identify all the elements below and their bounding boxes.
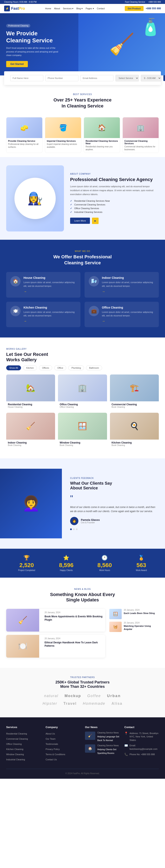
footer-company-5[interactable]: Terms & Conditions: [46, 753, 65, 755]
footer-service-3[interactable]: Office Cleaning: [6, 743, 22, 745]
learn-more-button[interactable]: Learn More: [70, 218, 90, 224]
booking-time-select[interactable]: 9 - 9:00 AM: [141, 75, 161, 82]
nav-contact[interactable]: Contact: [97, 7, 105, 10]
gallery-caption-2: Office Cleaning Office Cleaning: [58, 401, 107, 410]
nav-about[interactable]: About: [54, 7, 60, 10]
hero-cleaner-icon-2: 🧴: [140, 18, 161, 37]
footer-company-2[interactable]: Our Team: [46, 738, 55, 740]
booking-email-input[interactable]: [80, 75, 114, 81]
dot-1[interactable]: [70, 528, 72, 530]
booking-form: Select Service 9 - 9:00 AM Book an Appoi…: [4, 71, 161, 85]
footer-phone: 📞 Phone No: +888 555 888: [124, 753, 159, 756]
dot-3[interactable]: [76, 528, 78, 530]
srv-indoor-cleaning[interactable]: 🌬️ Indoor Cleaning Lorem ipsum dolor sit…: [85, 272, 159, 298]
hero-illustration: 🧹 🧴: [78, 13, 165, 75]
footer-service-6[interactable]: Industrial Cleaning: [6, 758, 25, 761]
gallery-item-5[interactable]: 🪟 Window Cleaning Book Cleaning: [58, 413, 107, 448]
footer-service-5[interactable]: Window Cleaning: [6, 753, 24, 755]
gallery-tab-all[interactable]: Show All: [6, 365, 21, 370]
blog-side-2[interactable]: 🧺 20 January, 2024 Matching Operator Usi…: [109, 622, 159, 632]
service-info-2: Imperial Cleaning Services Expert imperi…: [45, 138, 81, 150]
gallery-item-4[interactable]: 🧹 Indoor Cleaning Book Cleaning: [6, 413, 55, 448]
blog-title-1: Book More Appointments & Events With Boo…: [45, 615, 103, 622]
nav-pages[interactable]: Pages ▾: [86, 7, 94, 10]
sponsors-row-2: Hipster Travel Homemade Alisa: [6, 702, 159, 706]
get-quote-button[interactable]: Get Product: [125, 6, 143, 11]
service-card-4[interactable]: 🏢 Commercial Cleaning Services Commercia…: [123, 117, 159, 153]
service-card-1[interactable]: 🧽 Provide Cleaning Service Professional …: [6, 117, 42, 153]
footer-company-3[interactable]: Testimonials: [46, 743, 58, 745]
footer-service-2[interactable]: Commercial Cleaning: [6, 738, 28, 740]
hero-cta-button[interactable]: Get Started: [6, 61, 28, 67]
author-info: Pamela Glasss Ceo & Founder: [81, 518, 100, 524]
sponsor-urban: Urban: [107, 694, 121, 698]
srv-office-cleaning[interactable]: 💼 Office Cleaning Lorem ipsum dolor sit …: [85, 302, 159, 327]
booking-name-input[interactable]: [10, 75, 43, 81]
nav-blog[interactable]: Blog ▾: [76, 7, 83, 10]
about-checklist: Residential Cleaning Services Near Comme…: [70, 199, 159, 214]
service-card-3[interactable]: 🏠 Residential Cleaning Services Near Res…: [84, 117, 120, 153]
nav-home[interactable]: Home: [45, 7, 51, 10]
blog-side-1[interactable]: 🪟 20 January, 2024 Each Leads Been Slow …: [109, 609, 159, 619]
top-bar: Cleaning Hours: 8:00 AM - 9:00 PM Fast C…: [0, 0, 165, 4]
house-cleaning-arrow[interactable]: →: [24, 290, 76, 293]
stat-projects: 🏆 2,520 Project Completed: [18, 555, 35, 571]
gallery-item-2[interactable]: 🏢 Office Cleaning Office Cleaning: [58, 374, 107, 410]
blog-sidebar: 🪟 20 January, 2024 Each Leads Been Slow …: [109, 609, 159, 658]
about-section: 👩‍🔧 About Company Professional Cleaning …: [0, 157, 165, 240]
stat-projects-label: Project Completed: [18, 569, 35, 571]
footer-news-1[interactable]: 🧹 Cleaning Service News Helping Language…: [85, 732, 119, 742]
stat-clients-label: Happy Clients: [59, 569, 73, 571]
nav-services[interactable]: Services ▾: [63, 7, 73, 10]
footer-company-4[interactable]: Privacy Policy: [46, 748, 59, 750]
learn-more-icon-button[interactable]: ▶: [92, 218, 98, 224]
gallery-caption-1: Residential Cleaning House Cleaning: [6, 401, 55, 410]
kitchen-cleaning-arrow[interactable]: →: [24, 319, 76, 323]
dot-2[interactable]: [73, 528, 75, 530]
blog-card-1[interactable]: 🧹 20 January, 2024 Book More Appointment…: [6, 609, 105, 631]
author-name: Pamela Glasss: [81, 518, 100, 521]
book-appointment-button[interactable]: Book an Appointment: [163, 75, 165, 81]
gallery-tab-bathroom[interactable]: Bathroom: [86, 365, 102, 370]
footer-copyright: © 2024 FastPro. All Rights Reserved.: [6, 769, 159, 775]
footer-company-6[interactable]: Contact Us: [46, 758, 57, 761]
sponsor-mockup: Mockup: [65, 694, 81, 698]
gallery-item-3[interactable]: 🏗️ Commercial Cleaning Book Cleaning: [110, 374, 159, 410]
gallery-section: Works Gallery Let See Our RecentWorks Ga…: [0, 338, 165, 458]
booking-phone-input[interactable]: [45, 75, 78, 81]
service-card-2[interactable]: 🪣 Imperial Cleaning Services Expert impe…: [45, 117, 81, 153]
hero-heading: We Provide Cleaning Service: [6, 30, 78, 44]
sponsor-travel: Travel: [63, 702, 77, 706]
quote-icon: ": [70, 494, 157, 503]
gallery-tab-kitchen[interactable]: Kitchen: [23, 365, 37, 370]
blog-img-2: 🍽️: [6, 635, 39, 658]
gallery-tab-offices[interactable]: Offices: [39, 365, 52, 370]
testimonials-content: Clients Feedback What Our Clients SayAbo…: [62, 469, 165, 538]
footer-company-1[interactable]: About Us: [46, 733, 55, 735]
footer-services-col: Services Residential Cleaning Commercial…: [6, 725, 41, 763]
blog-side-meta-2: 20 January, 2024: [124, 622, 159, 624]
testimonials-section: 👩‍🦱 Clients Feedback What Our Clients Sa…: [0, 458, 165, 549]
hero-image-area: 🧹 🧴: [78, 13, 165, 75]
srv-house-cleaning[interactable]: 🏠 House Cleaning Lorem ipsum dolor sit a…: [6, 272, 80, 298]
gallery-item-1[interactable]: 🏡 Residential Cleaning House Cleaning: [6, 374, 55, 410]
gallery-item-6[interactable]: 🍳 Kitchen Cleaning Book Cleaning: [110, 413, 159, 448]
footer-news-2[interactable]: 🏠 Cleaning Service News Helping Clients …: [85, 744, 119, 755]
footer-service-4[interactable]: Kitchen Cleaning: [6, 748, 23, 750]
blog-img-1: 🧹: [6, 609, 39, 631]
srv-kitchen-cleaning[interactable]: 🍽️ Kitchen Cleaning Lorem ipsum dolor si…: [6, 302, 80, 327]
footer-services-list: Residential Cleaning Commercial Cleaning…: [6, 732, 41, 761]
gallery-img-3: 🏗️: [110, 374, 159, 401]
blog-card-2[interactable]: 🍽️ 20 January, 2024 Ethical Design Handb…: [6, 635, 105, 658]
gallery-caption-3: Commercial Cleaning Book Cleaning: [110, 401, 159, 410]
footer-service-1[interactable]: Residential Cleaning: [6, 733, 27, 735]
booking-service-select[interactable]: Select Service: [116, 75, 139, 82]
office-cleaning-arrow[interactable]: →: [102, 319, 155, 323]
main-nav: Home About Services ▾ Blog ▾ Pages ▾ Con…: [45, 7, 105, 10]
gallery-tab-office[interactable]: Office: [54, 365, 67, 370]
indoor-cleaning-arrow[interactable]: →: [102, 290, 155, 293]
gallery-tab-plumbing[interactable]: Plumbing: [68, 365, 84, 370]
blog-body-2: 20 January, 2024 Ethical Design Handbook…: [42, 635, 105, 658]
checklist-item-3: Office Cleaning Services: [70, 207, 159, 210]
blog-meta-1: 20 January, 2024: [45, 611, 103, 614]
